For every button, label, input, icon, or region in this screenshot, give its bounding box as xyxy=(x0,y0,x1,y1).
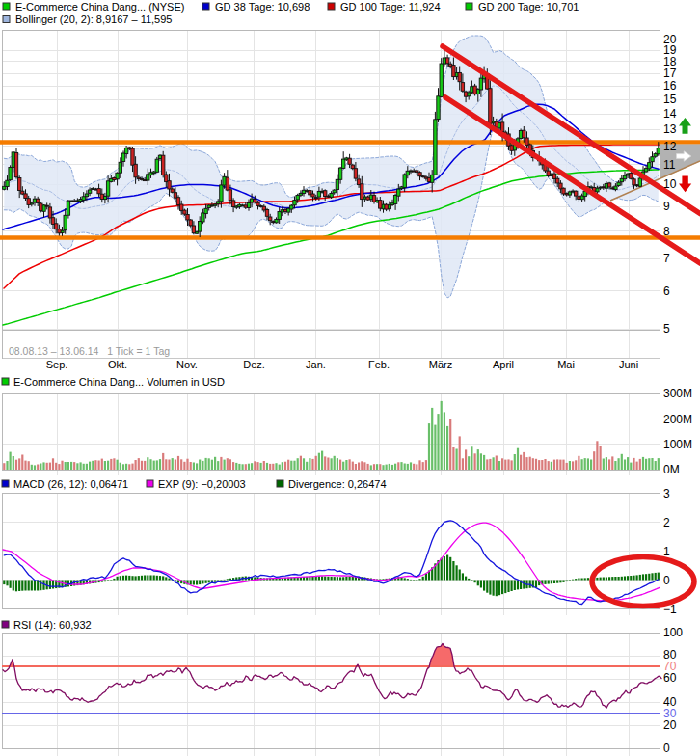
svg-text:Feb.: Feb. xyxy=(368,359,390,370)
svg-text:17: 17 xyxy=(663,67,677,80)
svg-text:13: 13 xyxy=(663,122,677,136)
svg-text:April: April xyxy=(493,359,514,370)
svg-text:8: 8 xyxy=(663,225,670,238)
svg-text:EXP (9): −0,20003: EXP (9): −0,20003 xyxy=(158,478,246,490)
svg-text:Bollinger (20, 2): 8,9167 – 11: Bollinger (20, 2): 8,9167 – 11,595 xyxy=(15,14,172,25)
svg-text:14: 14 xyxy=(663,107,677,121)
svg-text:20: 20 xyxy=(663,718,677,732)
svg-text:7: 7 xyxy=(663,252,670,265)
svg-text:Nov.: Nov. xyxy=(176,359,198,370)
svg-text:E-Commerce China Dang... Volum: E-Commerce China Dang... Volumen in USD xyxy=(13,376,225,388)
svg-text:2: 2 xyxy=(663,516,670,529)
svg-text:Jan.: Jan. xyxy=(306,359,326,370)
svg-text:15: 15 xyxy=(663,93,677,106)
svg-text:Mai: Mai xyxy=(557,359,575,370)
svg-text:100: 100 xyxy=(663,626,683,639)
svg-text:Dez.: Dez. xyxy=(243,359,265,370)
svg-text:100M: 100M xyxy=(663,438,692,451)
svg-text:10: 10 xyxy=(663,177,677,191)
svg-text:E-Commerce China Dang... (NYSE: E-Commerce China Dang... (NYSE) xyxy=(15,1,184,13)
svg-text:0: 0 xyxy=(663,574,670,587)
svg-text:5: 5 xyxy=(663,322,670,336)
svg-text:1: 1 xyxy=(663,545,670,558)
svg-text:300M: 300M xyxy=(663,387,692,400)
svg-text:60: 60 xyxy=(663,671,677,685)
svg-text:11: 11 xyxy=(663,158,676,172)
svg-text:0M: 0M xyxy=(663,463,680,476)
svg-text:20: 20 xyxy=(663,33,677,46)
svg-text:Okt.: Okt. xyxy=(108,359,127,370)
svg-text:GD 38 Tage: 10,698: GD 38 Tage: 10,698 xyxy=(215,1,310,13)
svg-text:200M: 200M xyxy=(663,413,692,426)
svg-text:3: 3 xyxy=(663,487,670,500)
svg-text:9: 9 xyxy=(663,200,670,213)
svg-text:GD 200 Tage: 10,701: GD 200 Tage: 10,701 xyxy=(478,1,579,13)
svg-text:Juni: Juni xyxy=(619,359,638,370)
svg-text:12: 12 xyxy=(663,140,677,153)
svg-text:16: 16 xyxy=(663,79,677,93)
svg-text:6: 6 xyxy=(663,284,670,298)
svg-text:Sep.: Sep. xyxy=(46,359,68,370)
svg-text:0: 0 xyxy=(663,742,670,755)
svg-text:MACD (26, 12): 0,06471: MACD (26, 12): 0,06471 xyxy=(13,478,128,490)
svg-text:RSI (14): 60,932: RSI (14): 60,932 xyxy=(13,619,92,631)
svg-text:Divergence: 0,26474: Divergence: 0,26474 xyxy=(288,478,387,490)
svg-text:−1: −1 xyxy=(663,603,677,616)
svg-text:März: März xyxy=(429,359,452,370)
svg-text:GD 100 Tage: 11,924: GD 100 Tage: 11,924 xyxy=(340,1,441,13)
svg-text:08.08.13 – 13.06.14 1 Tick =: 08.08.13 – 13.06.14 1 Tick = 1 Tag xyxy=(9,345,170,357)
